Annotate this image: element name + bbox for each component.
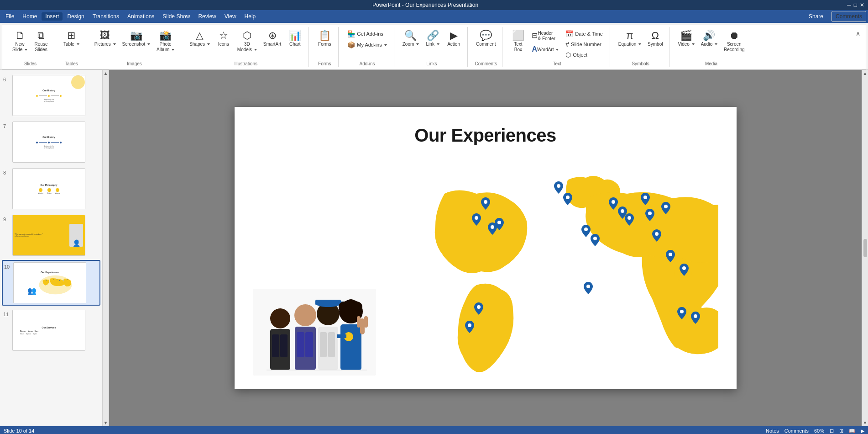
screenshot-icon: 📷 — [130, 31, 142, 41]
menu-slideshow[interactable]: Slide Show — [159, 12, 193, 21]
slide-number-icon: # — [565, 41, 569, 48]
zoom-button[interactable]: 🔍 Zoom — [400, 29, 422, 49]
scroll-down-right-button[interactable]: ▼ — [863, 420, 868, 425]
svg-point-19 — [621, 209, 624, 213]
menu-help[interactable]: Help — [241, 12, 260, 21]
maximize-btn[interactable]: □ — [854, 2, 857, 8]
audio-button[interactable]: 🔊 Audio — [698, 29, 720, 49]
scroll-up-right-button[interactable]: ▲ — [863, 71, 868, 76]
action-label: Action — [447, 42, 460, 47]
ribbon-group-links: 🔍 Zoom 🔗 Link ▶ Action Links — [396, 27, 468, 67]
object-label: Object — [573, 52, 587, 58]
svg-rect-36 — [297, 332, 304, 357]
table-button[interactable]: ⊞ Table — [61, 29, 82, 49]
ribbon-group-text: ⬜ TextBox ⊟ Header& Footer A WordArt � — [504, 27, 610, 67]
comment-button[interactable]: 💬 Comment — [473, 29, 498, 49]
minimize-btn[interactable]: ─ — [847, 2, 851, 8]
scroll-thumb[interactable] — [863, 239, 867, 257]
new-slide-button[interactable]: 🗋 NewSlide — [10, 29, 30, 54]
get-add-ins-button[interactable]: 🏪 Get Add-ins — [344, 29, 386, 39]
zoom-control[interactable]: 60% — [814, 428, 824, 434]
object-button[interactable]: ⬡ Object — [562, 50, 606, 60]
screenshot-button[interactable]: 📷 Screenshot — [120, 29, 153, 49]
slide-number-button[interactable]: # Slide Number — [562, 39, 606, 49]
menu-view[interactable]: View — [221, 12, 240, 21]
menu-insert[interactable]: Insert — [42, 12, 63, 21]
my-add-ins-icon: 📦 — [347, 41, 355, 48]
close-btn[interactable]: ✕ — [860, 2, 864, 8]
video-button[interactable]: 🎬 Video — [675, 29, 697, 49]
slide-thumb-11[interactable]: 11 Our Services Mercury Venus Mars Satur… — [2, 308, 100, 352]
link-icon: 🔗 — [427, 31, 439, 41]
symbol-button[interactable]: Ω Symbol — [645, 29, 665, 49]
notes-button[interactable]: Notes — [766, 428, 779, 434]
text-box-button[interactable]: ⬜ TextBox — [508, 29, 528, 54]
smartart-button[interactable]: ⊛ SmartArt — [261, 29, 284, 49]
action-button[interactable]: ▶ Action — [444, 29, 464, 49]
slide-thumb-7[interactable]: 7 Our History Neptune is thefarthest pla… — [2, 120, 100, 164]
symbol-label: Symbol — [648, 42, 663, 47]
slide-thumb-6[interactable]: 6 Our History Neptune is thefarthest pla… — [2, 74, 100, 117]
menu-animations[interactable]: Animations — [124, 12, 158, 21]
scroll-up-button[interactable]: ▲ — [104, 71, 108, 76]
3d-models-button[interactable]: ⬡ 3DModels — [235, 29, 260, 54]
slideshow-button[interactable]: ▶ — [861, 428, 864, 434]
comments-button[interactable]: Comments — [831, 11, 866, 22]
link-button[interactable]: 🔗 Link — [423, 29, 443, 49]
slide-sorter-button[interactable]: ⊞ — [839, 428, 843, 434]
icons-button[interactable]: ☆ Icons — [214, 29, 234, 49]
my-add-ins-label: My Add-ins — [357, 42, 387, 48]
svg-point-24 — [655, 232, 659, 236]
ribbon: 🗋 NewSlide ⧉ ReuseSlides Slides ⊞ Table … — [0, 23, 868, 70]
normal-view-button[interactable]: ⊟ — [830, 428, 834, 434]
wordart-button[interactable]: A WordArt — [529, 44, 561, 56]
menu-review[interactable]: Review — [194, 12, 220, 21]
world-map[interactable] — [417, 153, 718, 372]
header-footer-button[interactable]: ⊟ Header& Footer — [529, 29, 561, 43]
svg-point-10 — [497, 221, 501, 224]
chart-button[interactable]: 📊 Chart — [285, 29, 305, 49]
comments-status-button[interactable]: Comments — [784, 428, 809, 434]
menu-transitions[interactable]: Transitions — [89, 12, 123, 21]
slide-thumb-8[interactable]: 8 Our Philosophy Mission Vision — [2, 167, 100, 211]
slide-preview-8: Our Philosophy Mission Vision Values — [12, 168, 85, 209]
my-add-ins-button[interactable]: 📦 My Add-ins — [344, 40, 390, 50]
menu-design[interactable]: Design — [63, 12, 88, 21]
svg-point-27 — [680, 310, 684, 313]
reading-view-button[interactable]: 📖 — [849, 428, 855, 434]
chart-icon: 📊 — [289, 31, 301, 41]
world-map-svg — [417, 153, 718, 372]
action-icon: ▶ — [450, 31, 458, 41]
scroll-down-button[interactable]: ▼ — [104, 420, 108, 425]
equation-button[interactable]: π Equation — [616, 29, 644, 49]
shapes-label: Shapes — [189, 42, 210, 47]
pictures-button[interactable]: 🖼 Pictures — [92, 29, 119, 49]
slide-thumb-10[interactable]: 10 Our Experiences 👥 — [2, 260, 100, 306]
vertical-scrollbar[interactable]: ▲ ▼ — [862, 70, 868, 426]
share-button[interactable]: Share — [803, 11, 829, 21]
slide-num-7: 7 — [3, 122, 10, 129]
screen-recording-icon: ⏺ — [729, 31, 739, 41]
wordart-icon: A — [532, 46, 537, 53]
comment-icon: 💬 — [480, 31, 492, 41]
date-time-button[interactable]: 📅 Date & Time — [562, 29, 606, 39]
photo-album-button[interactable]: 📸 PhotoAlbum — [154, 29, 177, 54]
svg-point-8 — [475, 216, 478, 220]
reuse-slides-button[interactable]: ⧉ ReuseSlides — [31, 29, 51, 54]
header-footer-icon: ⊟ — [532, 32, 538, 39]
links-group-label: Links — [400, 60, 464, 67]
forms-button[interactable]: 📋 Forms — [314, 29, 335, 49]
screen-recording-button[interactable]: ⏺ ScreenRecording — [721, 29, 748, 54]
shapes-button[interactable]: △ Shapes — [187, 29, 213, 49]
slide-canvas[interactable]: Our Experiences — [235, 107, 737, 389]
ribbon-group-slides: 🗋 NewSlide ⧉ ReuseSlides Slides — [6, 27, 55, 67]
ribbon-group-tables: ⊞ Table Tables — [57, 27, 86, 67]
forms-label: Forms — [318, 42, 331, 47]
collapse-ribbon-button[interactable]: ∧ — [854, 29, 862, 38]
menu-home[interactable]: Home — [19, 12, 41, 21]
slide-title: Our Experiences — [235, 107, 737, 146]
menu-file[interactable]: File — [2, 12, 18, 21]
slide-thumb-9[interactable]: 9 "This is a quote, words full of wisdom… — [2, 213, 100, 257]
screen-recording-label: ScreenRecording — [724, 42, 745, 53]
svg-point-3 — [57, 279, 57, 279]
